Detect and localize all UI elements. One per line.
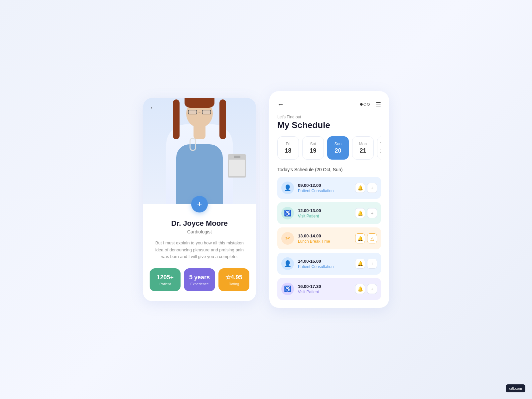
schedule-actions-1: 🔔 + xyxy=(355,183,377,193)
stat-experience-label: Experience xyxy=(190,282,208,286)
date-row: Fri 18 Sat 19 Sun 20 Mon 21 Tue 22 xyxy=(277,136,381,160)
doctor-name: Dr. Joyce Moore xyxy=(143,219,256,228)
schedule-name-4: Patient Consultation xyxy=(298,264,351,269)
back-button-right[interactable]: ← xyxy=(277,100,284,108)
schedule-item-4: 👤 14.00-16.00 Patient Consultation 🔔 + xyxy=(277,253,381,275)
doctor-photo-section: ← xyxy=(143,98,256,204)
doctor-profile-card: ← xyxy=(143,98,256,301)
schedule-info-1: 09.00-12.00 Patient Consultation xyxy=(298,183,351,193)
stat-patient: 1205+ Patient xyxy=(150,268,181,291)
date-item-mon[interactable]: Mon 21 xyxy=(352,136,374,160)
schedule-info-3: 13.00-14.00 Lunch Break Time xyxy=(298,233,351,244)
add-btn-2[interactable]: + xyxy=(367,208,377,218)
schedule-name-5: Visit Patient xyxy=(298,290,351,294)
schedule-info-4: 14.00-16.00 Patient Consultation xyxy=(298,259,351,269)
stats-row: 1205+ Patient 5 years Experience ☆4.95 R… xyxy=(143,268,256,291)
header-icons: ●○○ ☰ xyxy=(359,101,381,108)
stat-patient-label: Patient xyxy=(160,282,171,286)
schedule-list: 👤 09.00-12.00 Patient Consultation 🔔 + ♿… xyxy=(277,177,381,300)
schedule-icon-2: ♿ xyxy=(281,207,294,219)
schedule-time-4: 14.00-16.00 xyxy=(298,259,351,264)
schedule-time-5: 16.00-17.30 xyxy=(298,284,351,289)
schedule-icon-1: 👤 xyxy=(281,182,294,194)
alert-btn-4[interactable]: 🔔 xyxy=(355,259,365,269)
schedule-actions-2: 🔔 + xyxy=(355,208,377,218)
warn-btn-3[interactable]: △ xyxy=(367,233,377,243)
stat-experience: 5 years Experience xyxy=(184,268,215,291)
schedule-info-2: 12.00-13.00 Visit Patient xyxy=(298,208,351,218)
schedule-item-2: ♿ 12.00-13.00 Visit Patient 🔔 + xyxy=(277,202,381,224)
stat-patient-value: 1205+ xyxy=(157,274,174,281)
schedule-card: ← ●○○ ☰ Let's Find out My Schedule Fri 1… xyxy=(269,91,389,308)
date-item-sun[interactable]: Sun 20 xyxy=(327,136,349,160)
schedule-time-3: 13.00-14.00 xyxy=(298,233,351,238)
watermark: ui8.com xyxy=(506,384,525,392)
alert-btn-3[interactable]: 🔔 xyxy=(355,233,365,243)
add-button[interactable]: + xyxy=(191,196,208,212)
schedule-info-5: 16.00-17.30 Visit Patient xyxy=(298,284,351,294)
stat-rating-label: Rating xyxy=(228,282,239,286)
add-btn-4[interactable]: + xyxy=(367,259,377,269)
schedule-name-3: Lunch Break Time xyxy=(298,239,351,244)
schedule-icon-4: 👤 xyxy=(281,257,294,270)
schedule-title: My Schedule xyxy=(277,120,381,130)
stat-experience-value: 5 years xyxy=(189,274,210,281)
add-btn-5[interactable]: + xyxy=(367,284,377,294)
schedule-actions-5: 🔔 + xyxy=(355,284,377,294)
date-item-tue[interactable]: Tue 22 xyxy=(377,136,381,160)
schedule-time-2: 12.00-13.00 xyxy=(298,208,351,213)
date-item-sat[interactable]: Sat 19 xyxy=(302,136,324,160)
schedule-icon-5: ♿ xyxy=(281,283,294,295)
menu-icon[interactable]: ☰ xyxy=(376,101,381,108)
schedule-time-1: 09.00-12.00 xyxy=(298,183,351,188)
schedule-name-1: Patient Consultation xyxy=(298,189,351,193)
schedule-item-5: ♿ 16.00-17.30 Visit Patient 🔔 + xyxy=(277,278,381,300)
stat-rating: ☆4.95 Rating xyxy=(218,268,249,291)
schedule-item-1: 👤 09.00-12.00 Patient Consultation 🔔 + xyxy=(277,177,381,199)
schedule-item-3: ✂ 13.00-14.00 Lunch Break Time 🔔 △ xyxy=(277,227,381,249)
date-item-fri[interactable]: Fri 18 xyxy=(277,136,299,160)
doctor-specialty: Cardiologist xyxy=(143,229,256,234)
today-schedule-label: Today's Schedule (20 Oct, Sun) xyxy=(277,167,381,172)
schedule-actions-4: 🔔 + xyxy=(355,259,377,269)
alert-btn-5[interactable]: 🔔 xyxy=(355,284,365,294)
doctor-bio: But I must explain to you how all this m… xyxy=(143,240,256,260)
alert-btn-1[interactable]: 🔔 xyxy=(355,183,365,193)
schedule-subtitle: Let's Find out xyxy=(277,115,381,119)
add-btn-1[interactable]: + xyxy=(367,183,377,193)
alert-btn-2[interactable]: 🔔 xyxy=(355,208,365,218)
schedule-header: ← ●○○ ☰ xyxy=(277,100,381,108)
stat-rating-value: ☆4.95 xyxy=(225,274,242,281)
search-icon[interactable]: ●○○ xyxy=(359,101,370,108)
schedule-name-2: Visit Patient xyxy=(298,214,351,218)
schedule-actions-3: 🔔 △ xyxy=(355,233,377,243)
schedule-icon-3: ✂ xyxy=(281,232,294,245)
